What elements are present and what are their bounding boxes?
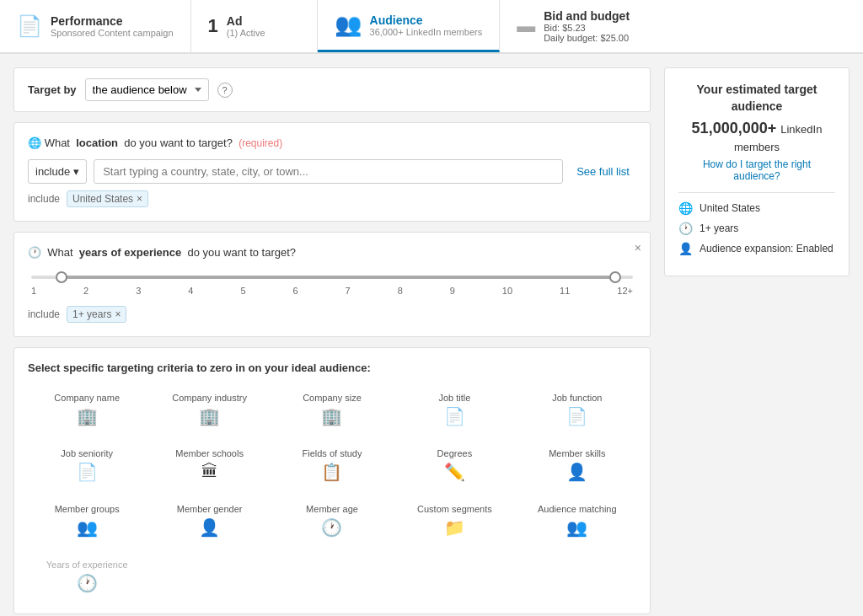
see-full-list-link[interactable]: See full list: [570, 159, 636, 184]
location-include-text: include: [28, 193, 60, 205]
experience-slider[interactable]: 1 2 3 4 5 6 7 8 9 10 11 12+: [28, 276, 636, 296]
slider-track: [31, 276, 633, 279]
targeting-item-member-age[interactable]: Member age 🕐: [273, 497, 391, 544]
location-section: 🌐 What location do you want to target? (…: [13, 122, 651, 222]
experience-section: × 🕐 What years of experience do you want…: [13, 232, 651, 337]
job-function-icon: 📄: [566, 406, 587, 426]
experience-tag-value: 1+ years: [72, 308, 111, 320]
target-by-select[interactable]: the audience below a saved audience: [85, 78, 209, 101]
targeting-item-degrees[interactable]: Degrees ✏️: [395, 442, 513, 489]
targeting-item-member-skills[interactable]: Member skills 👤: [518, 442, 636, 489]
slider-thumb-right[interactable]: [609, 271, 621, 283]
audience-matching-icon: 👥: [566, 517, 587, 538]
location-input[interactable]: [94, 159, 563, 184]
sidebar-divider: [678, 192, 835, 193]
sidebar-detail-expansion: 👤 Audience expansion: Enabled: [678, 242, 835, 255]
bid-amount: Bid: $5.23: [544, 23, 630, 33]
top-navigation: 📄 Performance Sponsored Content campaign…: [0, 0, 863, 54]
nav-step-audience[interactable]: 👥 Audience 36,000+ LinkedIn members: [318, 0, 501, 52]
experience-close-button[interactable]: ×: [635, 241, 641, 254]
include-dropdown[interactable]: include ▾: [28, 159, 87, 184]
target-by-label: Target by: [28, 83, 77, 96]
targeting-item-company-industry[interactable]: Company industry 🏢: [150, 386, 268, 433]
targeting-item-custom-segments[interactable]: Custom segments 📁: [395, 497, 513, 544]
ad-text: Ad (1) Active: [227, 14, 265, 38]
bid-daily: Daily budget: $25.00: [544, 33, 630, 43]
dropdown-arrow: ▾: [73, 165, 79, 178]
targeting-grid-title: Select specific targeting criteria to ze…: [28, 362, 636, 374]
member-age-icon: 🕐: [321, 517, 342, 538]
sidebar-count: 51,000,000+ LinkedIn members: [678, 120, 835, 155]
right-sidebar: Your estimated target audience 51,000,00…: [664, 67, 850, 616]
bid-text: Bid and budget Bid: $5.23 Daily budget: …: [544, 9, 630, 43]
job-seniority-icon: 📄: [77, 462, 98, 482]
audience-title: Audience: [370, 13, 483, 27]
targeting-item-job-title[interactable]: Job title 📄: [395, 386, 513, 433]
location-required: (required): [239, 137, 282, 149]
main-layout: Target by the audience below a saved aud…: [0, 54, 863, 616]
experience-pre: What: [47, 246, 72, 259]
ad-number: 1: [208, 15, 218, 37]
targeting-criteria-section: Select specific targeting criteria to ze…: [13, 347, 651, 614]
performance-title: Performance: [51, 14, 174, 28]
sidebar-count-value: 51,000,000+: [692, 120, 777, 137]
custom-segments-icon: 📁: [444, 517, 465, 538]
ad-title: Ad: [227, 14, 265, 28]
nav-step-ad[interactable]: 1 Ad (1) Active: [191, 0, 318, 52]
target-help-icon[interactable]: ?: [217, 83, 233, 98]
estimated-audience-card: Your estimated target audience 51,000,00…: [664, 67, 850, 276]
targeting-item-job-seniority[interactable]: Job seniority 📄: [28, 442, 146, 489]
location-heading-post: do you want to target?: [124, 137, 233, 149]
member-groups-icon: 👥: [77, 517, 98, 538]
targeting-item-years-experience[interactable]: Years of experience 🕐: [28, 553, 146, 600]
sidebar-title: Your estimated target audience: [678, 82, 835, 115]
targeting-item-job-function[interactable]: Job function 📄: [518, 386, 636, 433]
experience-tag-row: include 1+ years ×: [28, 306, 636, 323]
sidebar-target-link[interactable]: How do I target the right audience?: [678, 158, 835, 182]
member-schools-icon: 🏛: [201, 462, 218, 481]
sidebar-location-text: United States: [700, 202, 760, 214]
targeting-items-grid: Company name 🏢 Company industry 🏢 Compan…: [28, 386, 636, 600]
location-input-row: include ▾ See full list: [28, 159, 636, 184]
bid-title: Bid and budget: [544, 9, 630, 23]
location-tag-value: United States: [72, 193, 133, 205]
audience-text: Audience 36,000+ LinkedIn members: [370, 13, 483, 37]
targeting-item-fields-of-study[interactable]: Fields of study 📋: [273, 442, 391, 489]
targeting-item-company-size[interactable]: Company size 🏢: [273, 386, 391, 433]
targeting-item-company-name[interactable]: Company name 🏢: [28, 386, 146, 433]
sidebar-detail-experience: 🕐 1+ years: [678, 222, 835, 235]
location-heading-bold: location: [76, 137, 118, 149]
experience-bold: years of experience: [79, 246, 181, 259]
location-heading-pre: What: [45, 137, 70, 149]
experience-post: do you want to target?: [187, 246, 296, 259]
location-tag-row: include United States ×: [28, 190, 636, 207]
bid-icon: ▬: [517, 15, 535, 37]
sidebar-detail-location: 🌐 United States: [678, 201, 835, 215]
company-name-icon: 🏢: [77, 406, 98, 426]
nav-step-performance[interactable]: 📄 Performance Sponsored Content campaign: [0, 0, 191, 52]
degrees-icon: ✏️: [444, 462, 465, 482]
experience-tag: 1+ years ×: [67, 306, 126, 323]
location-tag-remove[interactable]: ×: [137, 193, 142, 205]
sidebar-experience-text: 1+ years: [700, 222, 738, 234]
fields-of-study-icon: 📋: [321, 462, 342, 482]
sidebar-experience-icon: 🕐: [678, 222, 693, 235]
audience-subtitle: 36,000+ LinkedIn members: [370, 27, 483, 37]
slider-thumb-left[interactable]: [56, 271, 67, 283]
member-gender-icon: 👤: [199, 517, 220, 538]
left-content: Target by the audience below a saved aud…: [13, 67, 651, 616]
targeting-item-audience-matching[interactable]: Audience matching 👥: [518, 497, 636, 544]
location-tag: United States ×: [67, 190, 148, 207]
target-by-section: Target by the audience below a saved aud…: [13, 67, 651, 112]
ad-subtitle: (1) Active: [227, 28, 265, 38]
include-label: include: [35, 165, 70, 178]
experience-tag-remove[interactable]: ×: [115, 308, 121, 320]
targeting-item-member-schools[interactable]: Member schools 🏛: [150, 442, 268, 489]
member-skills-icon: 👤: [566, 462, 587, 482]
performance-subtitle: Sponsored Content campaign: [51, 28, 174, 38]
targeting-item-member-groups[interactable]: Member groups 👥: [28, 497, 146, 544]
nav-step-bid[interactable]: ▬ Bid and budget Bid: $5.23 Daily budget…: [500, 0, 646, 52]
slider-fill: [62, 276, 615, 279]
targeting-item-member-gender[interactable]: Member gender 👤: [150, 497, 268, 544]
experience-include-text: include: [28, 308, 60, 320]
